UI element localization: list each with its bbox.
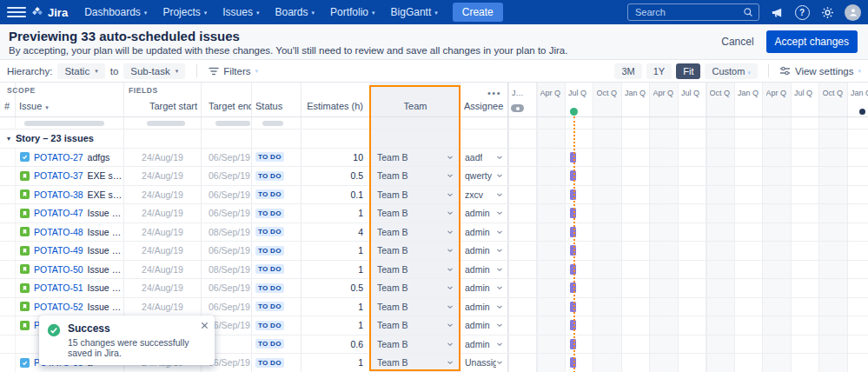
- target-start-cell[interactable]: 24/Aug/19: [124, 298, 202, 316]
- assignee-cell[interactable]: qwerty: [461, 167, 508, 185]
- estimate-cell[interactable]: 1: [301, 354, 371, 372]
- issue-key[interactable]: POTATO-52: [34, 302, 83, 312]
- estimate-cell[interactable]: 1: [301, 316, 371, 335]
- team-cell[interactable]: Team B: [371, 261, 461, 279]
- issue-key[interactable]: POTATO-37: [34, 170, 83, 181]
- status-cell[interactable]: TO DO: [252, 149, 301, 167]
- table-row[interactable]: POTATO-49Issue demonstrating t…24/Aug/19…: [0, 242, 868, 261]
- issue-key[interactable]: POTATO-51: [34, 282, 83, 293]
- schedule-bar[interactable]: [570, 245, 576, 256]
- timeline-header[interactable]: JanApr QJul QOct QJan QApr QJul QOct QJa…: [508, 83, 868, 116]
- issue-key[interactable]: POTATO-47: [34, 208, 83, 218]
- estimate-cell[interactable]: 1: [301, 298, 371, 316]
- issue-cell[interactable]: POTATO-27adfgs: [16, 149, 124, 167]
- team-cell[interactable]: Team B: [371, 242, 461, 260]
- issue-cell[interactable]: POTATO-52Issue demonstrating t…: [16, 298, 124, 316]
- assignee-cell[interactable]: Unassigned: [461, 354, 508, 372]
- estimate-cell[interactable]: 1: [301, 242, 371, 260]
- status-cell[interactable]: TO DO: [252, 167, 301, 185]
- assignee-cell[interactable]: aadf: [461, 149, 508, 167]
- filters-button[interactable]: Filters ▾: [209, 66, 258, 76]
- assignee-cell[interactable]: admin: [461, 223, 508, 242]
- issue-cell[interactable]: POTATO-37EXE summary: [16, 167, 124, 185]
- schedule-bar[interactable]: [570, 339, 576, 349]
- nav-item-dashboards[interactable]: Dashboards▾: [76, 0, 155, 24]
- issue-cell[interactable]: POTATO-51Issue demonstrating t…: [16, 279, 124, 297]
- jira-logo[interactable]: Jira: [31, 6, 68, 19]
- table-row[interactable]: POTATO-38EXE summary24/Aug/1906/Sep/19TO…: [0, 186, 868, 205]
- assignee-cell[interactable]: admin: [461, 242, 508, 260]
- status-cell[interactable]: TO DO: [252, 298, 301, 316]
- target-end-cell[interactable]: 06/Sep/19: [202, 149, 252, 167]
- schedule-bar[interactable]: [570, 170, 576, 181]
- announcement-icon[interactable]: [769, 4, 785, 20]
- status-cell[interactable]: TO DO: [252, 279, 301, 297]
- status-cell[interactable]: TO DO: [252, 242, 301, 260]
- table-row[interactable]: POTATO-47Issue demonstrating t…24/Aug/19…: [0, 204, 868, 223]
- issue-cell[interactable]: POTATO-49Issue demonstrating t…: [16, 242, 124, 260]
- team-cell[interactable]: Team B: [371, 204, 461, 223]
- target-start-cell[interactable]: 24/Aug/19: [124, 223, 202, 242]
- schedule-bar[interactable]: [570, 152, 576, 163]
- team-cell[interactable]: Team B: [371, 298, 461, 316]
- status-cell[interactable]: TO DO: [252, 316, 301, 335]
- assignee-cell[interactable]: admin: [461, 261, 508, 279]
- column-header-status[interactable]: Status: [252, 83, 301, 116]
- issue-key[interactable]: POTATO-49: [34, 245, 83, 256]
- team-cell[interactable]: Team B: [371, 186, 461, 204]
- team-cell[interactable]: Team B: [371, 316, 461, 335]
- schedule-bar[interactable]: [570, 208, 576, 218]
- team-cell[interactable]: Team B: [371, 167, 461, 185]
- issue-key[interactable]: POTATO-27: [34, 152, 83, 163]
- hierarchy-to-dropdown[interactable]: Sub-task▾: [123, 63, 185, 79]
- assignee-cell[interactable]: admin: [461, 298, 508, 316]
- estimate-cell[interactable]: 1: [301, 261, 371, 279]
- estimate-cell[interactable]: 0.5: [301, 279, 371, 297]
- target-start-cell[interactable]: 24/Aug/19: [124, 149, 202, 167]
- estimate-cell[interactable]: 0.5: [301, 167, 371, 185]
- status-cell[interactable]: TO DO: [252, 354, 301, 372]
- cancel-button[interactable]: Cancel: [721, 36, 753, 48]
- assignee-cell[interactable]: admin: [461, 204, 508, 223]
- schedule-bar[interactable]: [570, 282, 576, 293]
- status-cell[interactable]: TO DO: [252, 186, 301, 204]
- target-end-cell[interactable]: 08/Sep/19: [202, 223, 252, 242]
- target-end-cell[interactable]: 06/Sep/19: [202, 167, 252, 185]
- nav-item-portfolio[interactable]: Portfolio▾: [322, 0, 383, 24]
- schedule-bar[interactable]: [570, 357, 576, 368]
- eye-icon[interactable]: [511, 104, 524, 112]
- issue-cell[interactable]: POTATO-48Issue demonstrating t…: [16, 223, 124, 242]
- group-header-cell[interactable]: ▾Story – 23 issues: [0, 130, 124, 148]
- estimate-cell[interactable]: 0.6: [301, 335, 371, 354]
- estimate-cell[interactable]: 4: [301, 223, 371, 242]
- target-end-cell[interactable]: 06/Sep/19: [202, 204, 252, 223]
- collapse-caret-icon[interactable]: ▾: [7, 135, 10, 143]
- close-icon[interactable]: [201, 322, 209, 329]
- target-start-cell[interactable]: 24/Aug/19: [124, 242, 202, 260]
- zoom-3m-button[interactable]: 3M: [614, 63, 641, 79]
- status-cell[interactable]: TO DO: [252, 335, 301, 354]
- estimate-cell[interactable]: 10: [301, 149, 371, 167]
- table-row[interactable]: POTATO-37EXE summary24/Aug/1906/Sep/19TO…: [0, 167, 868, 186]
- team-cell[interactable]: Team B: [371, 223, 461, 242]
- table-row[interactable]: POTATO-51Issue demonstrating t…24/Aug/19…: [0, 279, 868, 298]
- target-start-cell[interactable]: 24/Aug/19: [124, 167, 202, 185]
- create-button[interactable]: Create: [453, 3, 503, 22]
- team-cell[interactable]: Team B: [371, 354, 461, 372]
- target-end-cell[interactable]: 06/Sep/19: [202, 242, 252, 260]
- schedule-bar[interactable]: [570, 320, 576, 330]
- search-box[interactable]: [627, 3, 759, 21]
- assignee-cell[interactable]: admin: [461, 316, 508, 335]
- issue-cell[interactable]: POTATO-38EXE summary: [16, 186, 124, 204]
- zoom-1y-button[interactable]: 1Y: [646, 63, 672, 79]
- more-fields-icon[interactable]: •••: [487, 88, 501, 98]
- schedule-bar[interactable]: [570, 189, 576, 200]
- target-end-cell[interactable]: 08/Sep/19: [202, 261, 252, 279]
- schedule-bar[interactable]: [570, 227, 576, 237]
- nav-item-projects[interactable]: Projects▾: [155, 0, 215, 24]
- hierarchy-from-dropdown[interactable]: Static▾: [57, 63, 104, 79]
- assignee-cell[interactable]: admin: [461, 335, 508, 354]
- status-cell[interactable]: TO DO: [252, 223, 301, 242]
- accept-changes-button[interactable]: Accept changes: [766, 30, 858, 53]
- nav-item-boards[interactable]: Boards▾: [267, 0, 322, 24]
